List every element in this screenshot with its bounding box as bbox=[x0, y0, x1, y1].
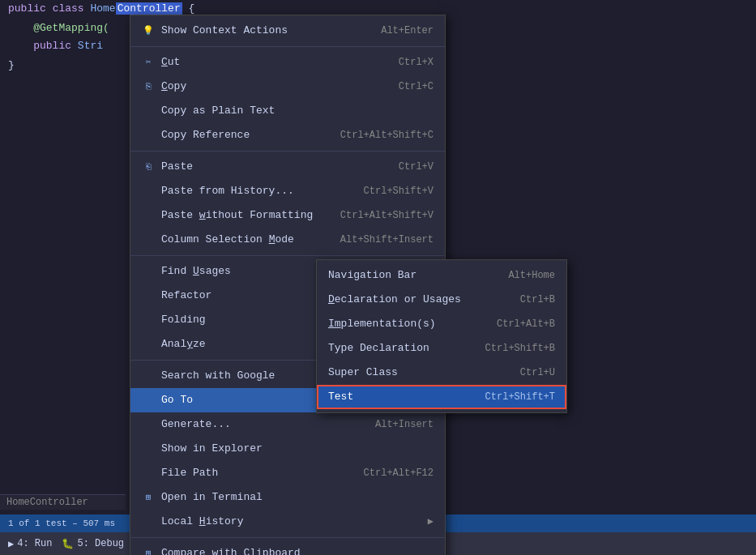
terminal-icon: ⊞ bbox=[142, 489, 155, 506]
menu-item-show-explorer[interactable]: Show in Explorer bbox=[130, 437, 445, 461]
separator-3 bbox=[130, 255, 445, 256]
menu-item-generate[interactable]: Generate... Alt+Insert bbox=[130, 412, 445, 437]
bottom-run[interactable]: ▶ 4: Run bbox=[8, 538, 52, 550]
submenu-type-decl[interactable]: Type Declaration Ctrl+Shift+B bbox=[317, 336, 566, 361]
bulb-icon: 💡 bbox=[142, 22, 155, 40]
submenu-nav-bar[interactable]: Navigation Bar Alt+Home bbox=[317, 263, 566, 288]
menu-item-show-context-actions[interactable]: 💡 Show Context Actions Alt+Enter bbox=[130, 19, 445, 43]
separator-5 bbox=[130, 537, 445, 538]
menu-item-copy-reference[interactable]: Copy Reference Ctrl+Alt+Shift+C bbox=[130, 123, 445, 147]
menu-item-local-history[interactable]: Local History ▶ bbox=[130, 510, 445, 534]
menu-item-copy-plain[interactable]: Copy as Plain Text bbox=[130, 99, 445, 123]
menu-item-column-selection[interactable]: Column Selection Mode Alt+Shift+Insert bbox=[130, 228, 445, 252]
submenu-super-class[interactable]: Super Class Ctrl+U bbox=[317, 361, 566, 385]
menu-item-file-path[interactable]: File Path Ctrl+Alt+F12 bbox=[130, 461, 445, 485]
menu-item-paste[interactable]: ⎗ Paste Ctrl+V bbox=[130, 155, 445, 179]
menu-item-paste-history[interactable]: Paste from History... Ctrl+Shift+V bbox=[130, 179, 445, 203]
bottom-debug[interactable]: 🐛 5: Debug bbox=[62, 538, 124, 550]
menu-item-paste-no-format[interactable]: Paste without Formatting Ctrl+Alt+Shift+… bbox=[130, 203, 445, 228]
submenu-go-to: Navigation Bar Alt+Home Declaration or U… bbox=[316, 259, 567, 413]
compare-icon: ⊞ bbox=[142, 544, 155, 555]
copy-icon: ⎘ bbox=[142, 78, 155, 96]
run-icon: ▶ bbox=[8, 538, 14, 550]
menu-item-open-terminal[interactable]: ⊞ Open in Terminal bbox=[130, 485, 445, 510]
separator-1 bbox=[130, 46, 445, 47]
menu-item-compare-clipboard[interactable]: ⊞ Compare with Clipboard bbox=[130, 541, 445, 555]
submenu-declaration[interactable]: Declaration or Usages Ctrl+B bbox=[317, 288, 566, 312]
paste-icon: ⎗ bbox=[142, 158, 155, 176]
sidebar-label: HomeController bbox=[0, 494, 126, 510]
cut-icon: ✂ bbox=[142, 53, 155, 71]
submenu-test[interactable]: Test Ctrl+Shift+T bbox=[317, 385, 566, 409]
menu-item-copy[interactable]: ⎘ Copy Ctrl+C bbox=[130, 75, 445, 99]
menu-item-cut[interactable]: ✂ Cut Ctrl+X bbox=[130, 50, 445, 75]
separator-2 bbox=[130, 151, 445, 152]
submenu-implementations[interactable]: Implementation(s) Ctrl+Alt+B bbox=[317, 312, 566, 336]
debug-icon: 🐛 bbox=[62, 538, 74, 550]
